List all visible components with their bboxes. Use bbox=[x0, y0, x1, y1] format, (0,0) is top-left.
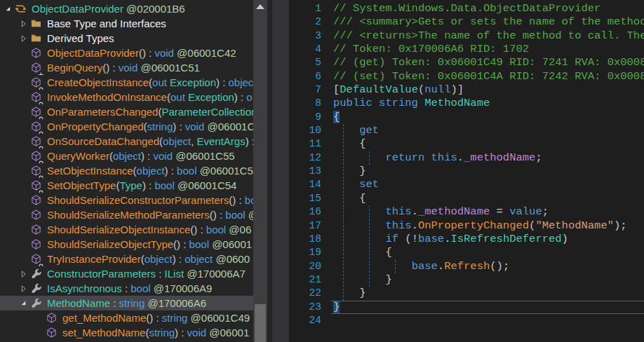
tree-row[interactable]: CreateObjectInstance(out Exception) : ob… bbox=[0, 75, 253, 90]
lock-overlay-icon bbox=[38, 260, 44, 266]
tree-row[interactable]: Base Type and Interfaces bbox=[0, 16, 253, 31]
code-line[interactable]: 11 { bbox=[289, 137, 644, 151]
code-line-text[interactable]: // (set) Token: 0x06001C4A RID: 7242 RVA… bbox=[331, 70, 644, 83]
tree-row[interactable]: ObjectDataProvider() : void @06001C42 bbox=[0, 46, 253, 60]
tree-row[interactable]: ConstructorParameters : IList @170006A7 bbox=[0, 266, 253, 281]
dnspy-window: ObjectDataProvider @020001B6 Base Type a… bbox=[0, 0, 644, 342]
code-line-text[interactable]: set bbox=[331, 178, 644, 191]
tree-row[interactable]: BeginQuery() : void @06001C51 bbox=[0, 60, 253, 75]
method-cube-icon bbox=[29, 47, 43, 59]
code-line[interactable]: 15 { bbox=[289, 192, 644, 205]
tree-row-label: ShouldSerializeConstructorParameters() :… bbox=[47, 194, 253, 206]
code-line-text[interactable]: this._methodName = value; bbox=[331, 205, 644, 219]
tree-row[interactable]: set_MethodName(string) : void @06001 bbox=[0, 325, 253, 340]
code-line-text[interactable]: } bbox=[331, 165, 644, 178]
line-number: 1 bbox=[289, 2, 331, 15]
tree-row[interactable]: InvokeMethodOnInstance(out Exception) : … bbox=[0, 90, 253, 104]
code-line-text[interactable]: // Token: 0x170006A6 RID: 1702 bbox=[331, 43, 644, 56]
code-line-text-current[interactable]: } bbox=[331, 301, 644, 314]
code-line-text[interactable]: // (get) Token: 0x06001C49 RID: 7241 RVA… bbox=[331, 56, 644, 69]
code-line-text[interactable]: if (!base.IsRefreshDeferred) bbox=[331, 233, 644, 246]
code-line-text[interactable]: // System.Windows.Data.ObjectDataProvide… bbox=[331, 2, 644, 15]
code-line[interactable]: 7[DefaultValue(null)] bbox=[289, 83, 644, 97]
tree-row[interactable]: ObjectDataProvider @020001B6 bbox=[0, 1, 253, 16]
code-line-text[interactable] bbox=[331, 314, 644, 327]
code-line-text[interactable]: return this._methodName; bbox=[331, 151, 644, 165]
method-cube-icon bbox=[29, 106, 43, 118]
code-line-text[interactable]: } bbox=[331, 287, 644, 300]
chevron-collapsed-icon[interactable] bbox=[18, 283, 29, 294]
tree-row[interactable]: SetObjectType(Type) : bool @06001C54 bbox=[0, 178, 253, 193]
code-line[interactable]: 21 } bbox=[289, 273, 644, 287]
code-line[interactable]: 23} bbox=[289, 301, 644, 314]
code-line[interactable]: 9{ bbox=[289, 111, 644, 124]
code-line-text[interactable]: base.Refresh(); bbox=[331, 260, 644, 273]
tree-row[interactable]: OnPropertyChanged(string) : void @06001C bbox=[0, 119, 253, 134]
tree-row-selected[interactable]: MethodName : string @170006A6 bbox=[0, 296, 253, 310]
code-line[interactable]: 22 } bbox=[289, 287, 644, 300]
code-line[interactable]: 16 this._methodName = value; bbox=[289, 205, 644, 219]
chevron-expanded-icon[interactable] bbox=[18, 298, 29, 309]
tree-row-label: ShouldSerializeMethodParameters() : bool… bbox=[47, 209, 253, 221]
property-wrench-icon bbox=[29, 282, 43, 294]
code-line[interactable]: 14 set bbox=[289, 178, 644, 191]
code-line[interactable]: 5// (get) Token: 0x06001C49 RID: 7241 RV… bbox=[289, 56, 644, 69]
chevron-expanded-icon[interactable] bbox=[2, 4, 14, 15]
code-line[interactable]: 8public string MethodName bbox=[289, 97, 644, 110]
folder-icon bbox=[29, 18, 43, 29]
code-line[interactable]: 19 { bbox=[289, 246, 644, 259]
chevron-collapsed-icon[interactable] bbox=[18, 33, 29, 44]
code-line-text[interactable]: get bbox=[331, 124, 644, 137]
line-number: 21 bbox=[289, 273, 331, 287]
tree-row[interactable]: SetObjectInstance(object) : bool @06001C… bbox=[0, 163, 253, 178]
tree-row[interactable]: Derived Types bbox=[0, 31, 253, 46]
code-line[interactable]: 18 if (!base.IsRefreshDeferred) bbox=[289, 233, 644, 246]
code-line[interactable]: 17 this.OnPropertyChanged("MethodName"); bbox=[289, 219, 644, 233]
line-number: 11 bbox=[289, 137, 331, 151]
code-line-text[interactable]: public string MethodName bbox=[331, 97, 644, 110]
tree-row-label: SetObjectInstance(object) : bool @06001C… bbox=[47, 165, 253, 177]
method-cube-icon bbox=[29, 238, 43, 250]
code-line[interactable]: 10 get bbox=[289, 124, 644, 137]
code-line[interactable]: 1// System.Windows.Data.ObjectDataProvid… bbox=[289, 2, 644, 15]
method-cube-icon bbox=[29, 121, 43, 132]
tree-row[interactable]: OnParametersChanged(ParameterCollection bbox=[0, 104, 253, 119]
tree-row[interactable]: ShouldSerializeObjectType() : bool @0600… bbox=[0, 237, 253, 252]
code-editor[interactable]: 1// System.Windows.Data.ObjectDataProvid… bbox=[289, 0, 644, 342]
code-line[interactable]: 20 base.Refresh(); bbox=[289, 260, 644, 273]
code-line-text[interactable]: { bbox=[331, 192, 644, 205]
tree-row[interactable]: IsAsynchronous : bool @170006A9 bbox=[0, 281, 253, 296]
scroll-up-arrow-icon[interactable] bbox=[256, 4, 264, 9]
chevron-collapsed-icon[interactable] bbox=[18, 18, 29, 29]
code-line-text[interactable]: } bbox=[331, 273, 644, 287]
brace-match-highlight: { bbox=[333, 111, 340, 123]
code-line-text[interactable]: this.OnPropertyChanged("MethodName"); bbox=[331, 219, 644, 233]
lock-overlay-icon bbox=[38, 83, 44, 90]
tree-scrollbar[interactable] bbox=[253, 0, 267, 342]
code-line-text[interactable]: { bbox=[331, 246, 644, 259]
tree-row[interactable]: ShouldSerializeConstructorParameters() :… bbox=[0, 193, 253, 207]
code-line-text[interactable]: /// <returns>The name of the method to c… bbox=[331, 29, 644, 43]
lock-overlay-icon bbox=[38, 172, 44, 178]
decompiled-code-pane: 1// System.Windows.Data.ObjectDataProvid… bbox=[272, 0, 644, 342]
code-line-text[interactable]: [DefaultValue(null)] bbox=[331, 83, 644, 97]
code-line-text[interactable]: /// <summary>Gets or sets the name of th… bbox=[331, 15, 644, 29]
scrollbar-thumb[interactable] bbox=[255, 304, 266, 342]
code-line-text[interactable]: { bbox=[331, 137, 644, 151]
code-line[interactable]: 2/// <summary>Gets or sets the name of t… bbox=[289, 15, 644, 29]
code-line[interactable]: 24 bbox=[289, 314, 644, 327]
code-line[interactable]: 3/// <returns>The name of the method to … bbox=[289, 29, 644, 43]
code-line[interactable]: 4// Token: 0x170006A6 RID: 1702 bbox=[289, 43, 644, 56]
chevron-collapsed-icon[interactable] bbox=[18, 268, 29, 280]
tree-row[interactable]: ShouldSerializeObjectInstance() : bool @… bbox=[0, 222, 253, 237]
glyph-margin[interactable] bbox=[272, 0, 289, 342]
tree-row[interactable]: get_MethodName() : string @06001C49 bbox=[0, 310, 253, 325]
code-line[interactable]: 12 return this._methodName; bbox=[289, 151, 644, 165]
tree-row[interactable]: OnSourceDataChanged(object, EventArgs) : bbox=[0, 134, 253, 149]
tree-row[interactable]: ShouldSerializeMethodParameters() : bool… bbox=[0, 207, 253, 222]
code-line[interactable]: 6// (set) Token: 0x06001C4A RID: 7242 RV… bbox=[289, 70, 644, 83]
code-line[interactable]: 13 } bbox=[289, 165, 644, 178]
code-line-text[interactable]: { bbox=[331, 111, 644, 124]
tree-row[interactable]: TryInstanceProvider(object) : object @06… bbox=[0, 252, 253, 266]
tree-row[interactable]: QueryWorker(object) : void @06001C55 bbox=[0, 149, 253, 163]
